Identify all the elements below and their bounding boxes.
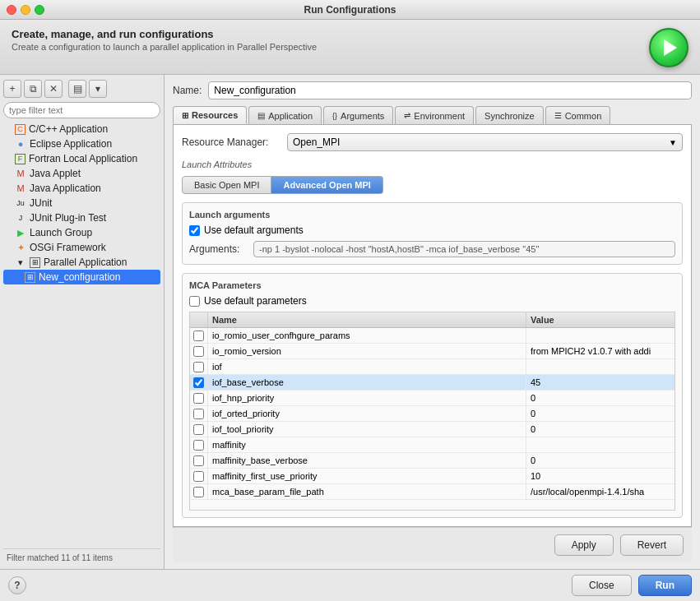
sidebar-item-junit-plugin[interactable]: J JUnit Plug-in Test — [3, 210, 160, 225]
table-row[interactable]: io_romio_user_confhgure_params — [190, 328, 675, 344]
sidebar: + ⧉ ✕ ▤ ▾ type filter text C C/C++ Appli… — [0, 75, 165, 569]
toggle-group: Basic Open MPI Advanced Open MPI — [182, 176, 683, 194]
footer-buttons: Close Run — [572, 575, 692, 596]
table-row[interactable]: iof_base_verbose45 — [190, 375, 675, 391]
environment-tab-label: Environment — [414, 111, 465, 121]
tabs-bar: ⊞ Resources ▤ Application {} Arguments ⇌… — [173, 106, 692, 125]
row-checkbox[interactable] — [193, 409, 204, 419]
run-button[interactable]: Run — [638, 575, 692, 596]
filter-button[interactable]: ▤ — [68, 80, 86, 98]
filter-input[interactable]: type filter text — [3, 102, 160, 118]
row-value-cell: /usr/local/openmpi-1.4.1/sha — [526, 484, 675, 499]
row-checkbox[interactable] — [193, 393, 204, 404]
table-row[interactable]: iof — [190, 359, 675, 375]
tab-arguments[interactable]: {} Arguments — [323, 106, 393, 124]
resource-manager-select[interactable]: Open_MPI ▼ — [287, 133, 683, 151]
table-row[interactable]: mca_base_param_file_path/usr/local/openm… — [190, 484, 675, 500]
row-checkbox[interactable] — [193, 424, 204, 435]
table-row[interactable]: iof_orted_priority0 — [190, 406, 675, 422]
sidebar-item-launch-group[interactable]: ▶ Launch Group — [3, 225, 160, 240]
sidebar-item-parallel-app[interactable]: ▾ ⊞ Parallel Application — [3, 255, 160, 270]
junit-icon: Ju — [15, 199, 26, 207]
table-row[interactable]: maffinity_first_use_priority10 — [190, 469, 675, 484]
table-row[interactable]: io_romio_versionfrom MPICH2 v1.0.7 with … — [190, 344, 675, 359]
row-checkbox[interactable] — [193, 487, 204, 497]
table-body[interactable]: io_romio_user_confhgure_paramsio_romio_v… — [190, 328, 675, 501]
tab-synchronize[interactable]: Synchronize — [475, 106, 544, 124]
table-row[interactable]: iof_hnp_priority0 — [190, 391, 675, 406]
window-controls[interactable] — [7, 5, 44, 15]
application-tab-label: Application — [268, 111, 313, 121]
run-big-button[interactable] — [649, 28, 688, 67]
row-check-cell[interactable] — [190, 500, 208, 501]
c-app-icon: C — [15, 124, 25, 135]
row-value-cell: 0 — [526, 422, 675, 437]
sidebar-item-c-app[interactable]: C C/C++ Application — [3, 122, 160, 136]
row-checkbox[interactable] — [193, 346, 204, 357]
row-checkbox[interactable] — [193, 440, 204, 451]
sidebar-item-new-config[interactable]: ⊞ New_configuration — [3, 270, 160, 284]
row-check-cell[interactable] — [190, 328, 208, 343]
more-button[interactable]: ▾ — [89, 80, 107, 98]
tab-environment[interactable]: ⇌ Environment — [395, 106, 474, 124]
launch-arguments-section: Launch arguments Use default arguments A… — [182, 202, 683, 265]
row-check-cell[interactable] — [190, 453, 208, 468]
row-name-cell: iof_orted_priority — [208, 406, 526, 421]
row-check-cell[interactable] — [190, 469, 208, 483]
row-check-cell[interactable] — [190, 484, 208, 499]
maximize-window-button[interactable] — [35, 5, 44, 15]
copy-config-button[interactable]: ⧉ — [24, 80, 42, 98]
row-checkbox[interactable] — [193, 471, 204, 482]
parallel-app-expand-icon: ▾ — [15, 257, 26, 268]
sidebar-item-fortran-app[interactable]: F Fortran Local Application — [3, 151, 160, 166]
arguments-label: Arguments: — [189, 243, 247, 255]
value-col-header: Value — [526, 312, 675, 327]
table-row[interactable]: maffinity — [190, 437, 675, 453]
use-default-params-checkbox[interactable] — [189, 296, 200, 307]
row-value-cell: 0 — [526, 406, 675, 421]
name-input[interactable] — [208, 81, 692, 99]
table-row[interactable]: iof_tool_priority0 — [190, 422, 675, 437]
row-name-cell: maffinity — [208, 437, 526, 452]
table-row[interactable]: mca_base_param_file_path_force — [190, 500, 675, 501]
sidebar-item-osgi[interactable]: ✦ OSGi Framework — [3, 240, 160, 255]
row-check-cell[interactable] — [190, 375, 208, 390]
row-name-cell: iof — [208, 359, 526, 374]
row-check-cell[interactable] — [190, 344, 208, 358]
help-button[interactable]: ? — [8, 576, 26, 594]
sidebar-item-eclipse-app[interactable]: ● Eclipse Application — [3, 136, 160, 151]
row-checkbox[interactable] — [193, 377, 204, 388]
row-check-cell[interactable] — [190, 422, 208, 437]
java-applet-icon: M — [15, 169, 26, 178]
launch-attributes-title: Launch Attributes — [182, 159, 683, 169]
table-row[interactable]: maffinity_base_verbose0 — [190, 453, 675, 469]
row-check-cell[interactable] — [190, 406, 208, 421]
close-button[interactable]: Close — [572, 575, 632, 596]
row-value-cell — [526, 359, 675, 374]
tab-resources[interactable]: ⊞ Resources — [173, 106, 247, 124]
sidebar-item-java-applet[interactable]: M Java Applet — [3, 166, 160, 181]
row-checkbox[interactable] — [193, 455, 204, 466]
arguments-input[interactable] — [253, 241, 675, 257]
row-check-cell[interactable] — [190, 359, 208, 374]
new-config-label: New_configuration — [39, 271, 120, 283]
advanced-open-mpi-button[interactable]: Advanced Open MPI — [271, 176, 382, 194]
new-config-button[interactable]: + — [3, 80, 21, 98]
row-check-cell[interactable] — [190, 437, 208, 452]
row-checkbox[interactable] — [193, 362, 204, 372]
row-checkbox[interactable] — [193, 331, 204, 341]
sidebar-item-junit[interactable]: Ju JUnit — [3, 196, 160, 210]
basic-open-mpi-button[interactable]: Basic Open MPI — [182, 176, 271, 194]
apply-button[interactable]: Apply — [554, 534, 614, 556]
close-window-button[interactable] — [7, 5, 16, 15]
revert-button[interactable]: Revert — [620, 534, 684, 556]
minimize-window-button[interactable] — [21, 5, 30, 15]
sidebar-item-java-app[interactable]: M Java Application — [3, 181, 160, 196]
tab-common[interactable]: ☰ Common — [545, 106, 611, 124]
header: Create, manage, and run configurations C… — [0, 20, 700, 75]
tab-application[interactable]: ▤ Application — [248, 106, 322, 124]
delete-config-button[interactable]: ✕ — [44, 80, 63, 98]
row-check-cell[interactable] — [190, 391, 208, 405]
synchronize-tab-label: Synchronize — [484, 111, 535, 121]
use-default-arguments-checkbox[interactable] — [189, 225, 200, 236]
